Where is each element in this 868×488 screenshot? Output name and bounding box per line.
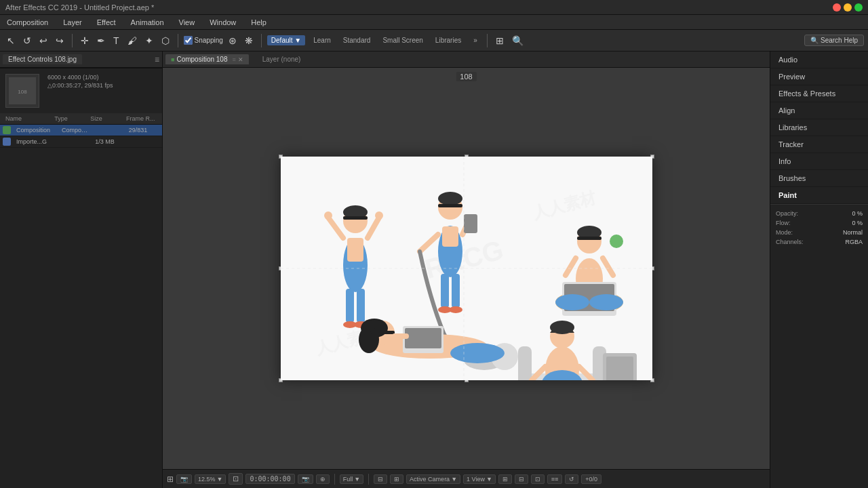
panel-libraries[interactable]: Libraries <box>770 119 868 136</box>
row-fps-image <box>126 141 159 142</box>
paint-mode-row: Mode: Normal <box>776 228 863 237</box>
paint-opacity-value[interactable]: 0 % <box>852 210 863 217</box>
panel-tracker[interactable]: Tracker <box>770 136 868 153</box>
panel-effects-presets[interactable]: Effects & Presets <box>770 85 868 102</box>
view-count-dropdown[interactable]: 1 View ▼ <box>463 474 496 484</box>
workspace-small-screen[interactable]: Small Screen <box>378 35 427 45</box>
tool-grid[interactable]: ⊞ <box>493 34 507 47</box>
svg-text:108: 108 <box>18 89 27 95</box>
panel-align[interactable]: Align <box>770 102 868 119</box>
effect-controls-panel: Effect Controls 108.jpg ≡ <box>0 52 162 68</box>
workspace-default[interactable]: Default ▼ <box>267 35 305 45</box>
workspace-libraries[interactable]: Libraries <box>431 35 465 45</box>
paint-flow-label: Flow: <box>776 220 791 226</box>
fit-to-view-btn[interactable]: ⊡ <box>229 473 243 485</box>
menu-effect[interactable]: Effect <box>94 17 119 28</box>
close-button[interactable] <box>833 3 841 12</box>
viewport[interactable]: 108 RRCG 人 <box>163 68 770 469</box>
effect-controls-tab[interactable]: Effect Controls 108.jpg <box>3 54 82 64</box>
comp-icon <box>3 126 11 134</box>
grid-btn[interactable]: ⊞ <box>390 474 403 484</box>
tool-undo[interactable]: ↩ <box>37 34 50 47</box>
workspace-standard[interactable]: Standard <box>339 35 375 45</box>
view-sync-btn[interactable]: ⊟ <box>515 474 528 484</box>
zoom-value: 12.5% <box>198 476 216 483</box>
comp-tab-close[interactable]: ✕ <box>238 56 243 63</box>
tool-search-icon[interactable]: 🔍 <box>509 34 526 47</box>
camera-snapshot-btn[interactable]: 📷 <box>298 474 313 484</box>
vc-sep-1 <box>334 474 335 485</box>
svg-rect-29 <box>452 274 460 308</box>
view-dropdown[interactable]: Active Camera ▼ <box>406 474 460 484</box>
project-row-composition[interactable]: Composition Composition 29/831 <box>0 125 162 136</box>
view-extra-btn[interactable]: ⊡ <box>531 474 545 484</box>
menu-window[interactable]: Window <box>207 17 239 28</box>
svg-point-13 <box>375 211 383 220</box>
paint-flow-value[interactable]: 0 % <box>852 220 863 226</box>
tool-selection[interactable]: ↖ <box>4 34 18 47</box>
svg-rect-37 <box>577 237 601 240</box>
panel-preview[interactable]: Preview <box>770 68 868 85</box>
row-type-composition: Composition <box>59 126 92 134</box>
tool-type[interactable]: T <box>111 34 122 47</box>
menu-animation[interactable]: Animation <box>128 17 167 28</box>
svg-rect-49 <box>370 331 395 334</box>
paint-channels-value[interactable]: RGBA <box>845 239 863 245</box>
reset-btn[interactable]: ↺ <box>565 474 578 484</box>
toolbar-sep-3 <box>261 34 262 47</box>
minimize-button[interactable] <box>844 3 852 12</box>
timecode-display[interactable]: 0:00:00:00 <box>245 474 294 484</box>
maximize-button[interactable] <box>854 3 863 12</box>
illustration-svg: RRCG 人人素材 人人素材 <box>281 157 652 380</box>
svg-rect-14 <box>346 289 354 323</box>
svg-rect-52 <box>405 328 441 348</box>
tool-anchor[interactable]: ✛ <box>78 34 92 47</box>
project-row-image[interactable]: Importe...G 1/3 MB <box>0 136 162 148</box>
toolbar: ↖ ↺ ↩ ↪ ✛ ✒ T 🖌 ✦ ⬡ Snapping ⊛ ❋ Default… <box>0 30 868 52</box>
paint-flow-row: Flow: 0 % <box>776 218 863 228</box>
snapping-toggle[interactable]: Snapping <box>184 36 223 45</box>
menu-view[interactable]: View <box>176 17 198 28</box>
menu-composition[interactable]: Composition <box>4 17 51 28</box>
tool-rotation[interactable]: ↺ <box>20 34 34 47</box>
region-btn[interactable]: ⊟ <box>374 474 387 484</box>
svg-point-21 <box>438 192 462 205</box>
composition-tab[interactable]: ■ Composition 108 ≡ ✕ <box>165 54 249 64</box>
view-layout-btn[interactable]: ⊞ <box>498 474 512 484</box>
search-help-button[interactable]: 🔍 Search Help <box>804 35 864 46</box>
transparency-btn[interactable]: ⊕ <box>316 474 330 484</box>
tool-extra[interactable]: ❋ <box>242 34 256 47</box>
workspace-more[interactable]: » <box>469 35 481 45</box>
channels-display[interactable]: +0/0 <box>581 474 601 484</box>
svg-point-43 <box>555 294 589 310</box>
tool-star[interactable]: ✦ <box>142 34 156 47</box>
viewer-controls: ⊞ 📷 12.5% ▼ ⊡ 0:00:00:00 📷 ⊕ Full ▼ ⊟ ⊞ … <box>163 469 770 488</box>
camera-icon: 📷 <box>176 474 192 484</box>
row-size-image: 1/3 MB <box>92 138 125 146</box>
menu-layer[interactable]: Layer <box>60 17 85 28</box>
paint-mode-value[interactable]: Normal <box>843 229 863 236</box>
panel-audio[interactable]: Audio <box>770 52 868 68</box>
tool-shape[interactable]: ⬡ <box>159 34 172 47</box>
tool-redo[interactable]: ↪ <box>53 34 66 47</box>
project-thumbnail: 108 <box>5 74 39 108</box>
panel-info[interactable]: Info <box>770 153 868 170</box>
svg-point-50 <box>450 343 505 363</box>
view-icons-btn[interactable]: ≡≡ <box>547 474 563 484</box>
zoom-dropdown-icon: ▼ <box>217 476 223 483</box>
menu-help[interactable]: Help <box>248 17 269 28</box>
tool-brush[interactable]: 🖌 <box>125 34 140 47</box>
panel-brushes[interactable]: Brushes <box>770 170 868 187</box>
tool-pen[interactable]: ✒ <box>94 34 108 47</box>
paint-properties: Opacity: 0 % Flow: 0 % Mode: Normal Chan… <box>770 204 868 251</box>
panel-menu-icon[interactable]: ≡ <box>155 55 159 64</box>
row-type-image <box>59 141 92 142</box>
tool-magnet[interactable]: ⊛ <box>226 34 239 47</box>
toolbar-sep-4 <box>487 34 488 47</box>
panel-paint[interactable]: Paint <box>770 187 868 204</box>
row-size-composition <box>92 129 125 131</box>
quality-dropdown[interactable]: Full ▼ <box>340 474 363 484</box>
workspace-learn[interactable]: Learn <box>309 35 335 45</box>
comp-tab-menu[interactable]: ≡ <box>232 56 235 63</box>
zoom-dropdown[interactable]: 12.5% ▼ <box>195 474 226 484</box>
